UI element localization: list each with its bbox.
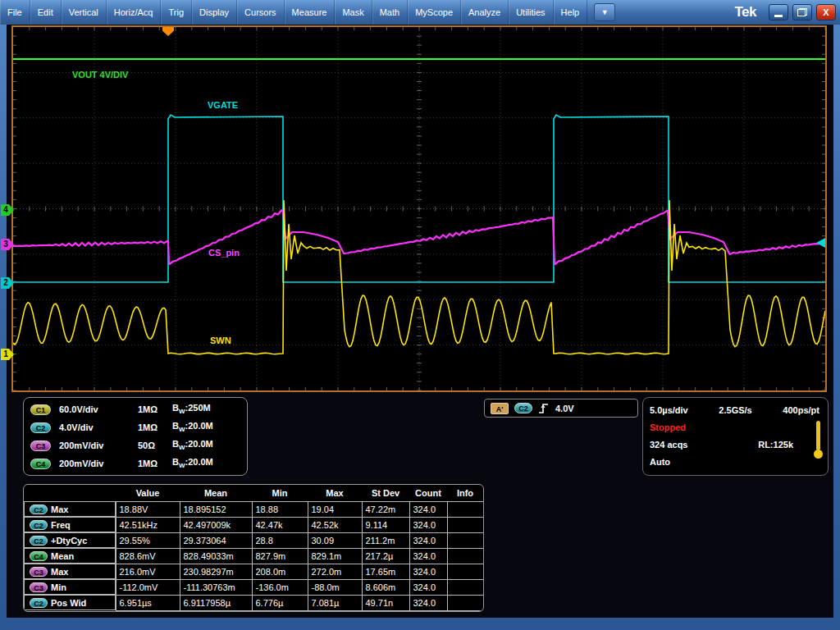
meas-info <box>447 564 483 579</box>
menu-mask[interactable]: Mask <box>335 0 372 25</box>
measurement-name: Max <box>51 567 68 577</box>
thermometer-icon <box>814 421 823 459</box>
close-icon: X <box>823 7 829 17</box>
menu-file[interactable]: File <box>0 0 30 25</box>
channel-scale: 60.0V/div <box>59 404 138 414</box>
trigger-source-badge: C2 <box>514 403 532 413</box>
meas-count: 324.0 <box>409 595 447 610</box>
swn-label: SWN <box>210 336 231 345</box>
channel-bandwidth: BW:20.0M <box>172 421 240 433</box>
channel-badge: C2 <box>30 536 48 546</box>
channel-impedance: 1MΩ <box>138 422 172 432</box>
meas-min: 827.9m <box>252 548 308 564</box>
channel-badge: C2 <box>30 520 48 530</box>
channel-scale: 4.0V/div <box>59 422 138 432</box>
meas-max: 19.04 <box>308 501 362 517</box>
meas-value: 828.6mV <box>116 548 180 564</box>
meas-mean: 42.497009k <box>180 517 252 532</box>
meas-stdev: 17.65m <box>362 564 409 579</box>
waveform-canvas <box>13 27 825 390</box>
horizontal-acquisition-panel[interactable]: 5.0µs/div 2.5GS/s 400ps/pt Stopped 324 a… <box>642 397 829 476</box>
measurement-row[interactable]: C3Max216.0mV230.98297m208.0m272.0m17.65m… <box>24 564 483 579</box>
restore-button[interactable] <box>792 4 812 21</box>
sample-rate-value: 2.5GS/s <box>719 405 751 415</box>
meas-col-header: Value <box>116 485 180 501</box>
menu-trig[interactable]: Trig <box>161 0 192 25</box>
meas-count: 324.0 <box>409 517 447 532</box>
menu-horizacq[interactable]: Horiz/Acq <box>107 0 162 25</box>
channel-impedance: 1MΩ <box>138 404 172 414</box>
measurement-row[interactable]: C2Pos Wid6.951µs6.9117958µ6.776µ7.081µ49… <box>24 595 483 610</box>
meas-min: 6.776µ <box>252 595 308 610</box>
meas-max: -88.0m <box>308 579 362 595</box>
menu-math[interactable]: Math <box>372 0 408 25</box>
record-length: RL:125k <box>758 440 793 450</box>
trigger-readout-panel[interactable]: A' C2 4.0V <box>484 399 638 418</box>
meas-max: 7.081µ <box>308 595 362 610</box>
channel-readout-panel[interactable]: C160.0V/div1MΩBW:250MC24.0V/div1MΩBW:20.… <box>23 397 248 476</box>
meas-min: 42.47k <box>252 517 308 532</box>
meas-stdev: 211.2m <box>362 532 409 548</box>
channel-badge: C1 <box>30 404 51 415</box>
minimize-button[interactable] <box>769 4 788 21</box>
meas-min: 28.8 <box>252 532 308 548</box>
meas-info <box>447 532 483 548</box>
meas-value: 6.951µs <box>116 595 180 610</box>
channel-readout-row-c3[interactable]: C3200mV/div50ΩBW:20.0M <box>30 436 240 454</box>
measurement-row[interactable]: C3Min-112.0mV-111.30763m-136.0m-88.0m8.6… <box>24 579 483 595</box>
meas-stdev: 9.114 <box>362 517 409 532</box>
meas-col-header: Mean <box>180 485 252 501</box>
menu-edit[interactable]: Edit <box>30 0 62 25</box>
timebase-value: 5.0µs/div <box>650 405 688 415</box>
channel-readout-row-c2[interactable]: C24.0V/div1MΩBW:20.0M <box>30 418 240 436</box>
measurement-name: +DtyCyc <box>51 536 87 546</box>
scope-app-window: FileEditVerticalHoriz/AcqTrigDisplayCurs… <box>0 0 840 630</box>
trigger-level-value: 4.0V <box>555 404 574 413</box>
cs-pin-label: CS_pin <box>208 248 240 258</box>
waveform-display[interactable]: VOUT 4V/DIVVGATECS_pinSWN <box>11 25 827 392</box>
meas-value: -112.0mV <box>116 579 180 595</box>
measurement-row[interactable]: C2Freq42.51kHz42.497009k42.47k42.52k9.11… <box>24 517 483 532</box>
close-button[interactable]: X <box>816 4 836 21</box>
menu-cursors[interactable]: Cursors <box>237 0 285 25</box>
meas-value: 18.88V <box>116 501 180 517</box>
meas-min: -136.0m <box>252 579 308 595</box>
menu-display[interactable]: Display <box>192 0 237 25</box>
menu-dropdown-button[interactable]: ▼ <box>594 3 615 21</box>
meas-info <box>447 501 483 517</box>
meas-count: 324.0 <box>409 501 447 517</box>
channel-badge: C2 <box>30 504 48 514</box>
menu-analyze[interactable]: Analyze <box>461 0 509 25</box>
channel-scale: 200mV/div <box>59 441 138 450</box>
meas-mean: 6.9117958µ <box>180 595 252 610</box>
meas-value: 216.0mV <box>116 564 180 579</box>
resolution-value: 400ps/pt <box>783 405 819 415</box>
meas-info <box>447 579 483 595</box>
meas-max: 42.52k <box>308 517 362 532</box>
channel-readout-row-c1[interactable]: C160.0V/div1MΩBW:250M <box>30 400 240 418</box>
meas-value: 29.55% <box>116 532 180 548</box>
meas-stdev: 8.606m <box>362 579 409 595</box>
measurement-row[interactable]: C4Mean828.6mV828.49033m827.9m829.1m217.2… <box>24 548 483 564</box>
menu-utilities[interactable]: Utilities <box>509 0 553 25</box>
meas-min: 18.88 <box>252 501 308 517</box>
channel-bandwidth: BW:250M <box>172 403 240 415</box>
channel-bandwidth: BW:20.0M <box>172 439 240 451</box>
measurement-row[interactable]: C2+DtyCyc29.55%29.37306428.830.09211.2m3… <box>24 532 483 548</box>
measurement-name: Min <box>51 582 66 592</box>
chevron-down-icon: ▼ <box>601 8 609 16</box>
channel-readout-row-c4[interactable]: C4200mV/div1MΩBW:20.0M <box>30 454 240 472</box>
channel-badge: C3 <box>30 582 48 592</box>
menu-myscope[interactable]: MyScope <box>408 0 461 25</box>
measurement-row[interactable]: C2Max18.88V18.89515218.8819.0447.22m324.… <box>24 501 483 517</box>
meas-max: 272.0m <box>308 564 362 579</box>
trigger-mode: Auto <box>650 453 821 470</box>
menu-bar: FileEditVerticalHoriz/AcqTrigDisplayCurs… <box>0 0 840 25</box>
menu-vertical[interactable]: Vertical <box>62 0 107 25</box>
meas-col-header: Min <box>252 485 308 501</box>
menu-measure[interactable]: Measure <box>285 0 336 25</box>
menu-help[interactable]: Help <box>554 0 588 25</box>
meas-stdev: 217.2µ <box>362 548 409 564</box>
channel-bandwidth: BW:20.0M <box>172 457 240 469</box>
meas-col-header: Count <box>409 485 447 501</box>
